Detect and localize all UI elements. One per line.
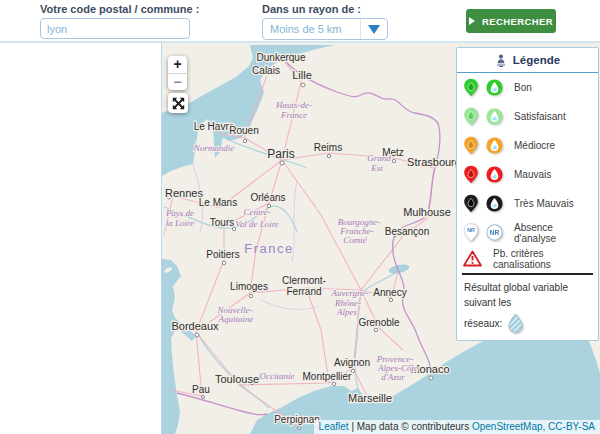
fullscreen-button[interactable]	[168, 93, 188, 113]
legend-item-tres-mauvais: Très Mauvais	[457, 189, 598, 218]
postal-input[interactable]	[40, 18, 190, 39]
legend-item-label: Absence d'analyse	[514, 222, 592, 244]
warning-triangle-icon	[463, 250, 482, 267]
svg-text:Paris: Paris	[267, 147, 294, 161]
nr-pin-icon: NR	[463, 223, 479, 243]
legend-item-label: Pb. critères canalisations	[493, 248, 592, 270]
water-drop-icon	[486, 166, 503, 183]
svg-text:Mulhouse: Mulhouse	[403, 206, 451, 218]
radius-select[interactable]: Moins de 5 km	[262, 18, 388, 40]
svg-text:Lille: Lille	[292, 69, 312, 81]
legend-footer: Résultat global variable suivant les rés…	[457, 275, 598, 340]
radius-field-group: Dans un rayon de : Moins de 5 km	[262, 3, 388, 40]
app: Votre code postal / commune : Dans un ra…	[0, 0, 600, 434]
map-pin-icon	[463, 165, 479, 185]
svg-text:Pays de: Pays de	[165, 208, 194, 218]
legend-item-label: Mauvais	[514, 169, 551, 180]
zoom-in-button[interactable]: +	[168, 56, 187, 73]
water-drop-icon	[486, 195, 503, 212]
svg-text:Occitanie: Occitanie	[260, 371, 295, 381]
svg-text:Toulouse: Toulouse	[215, 373, 259, 385]
legend-item-label: Satisfaisant	[514, 111, 566, 122]
svg-text:Normandie: Normandie	[193, 143, 235, 153]
svg-text:la Loire: la Loire	[166, 218, 194, 228]
radius-label: Dans un rayon de :	[262, 3, 388, 15]
legend-item-canalisations: Pb. critères canalisations	[457, 247, 598, 270]
svg-text:Ferrand: Ferrand	[286, 286, 321, 297]
fullscreen-icon	[172, 97, 185, 110]
play-icon	[469, 17, 475, 25]
legend-item-absence-analyse: NR NR Absence d'analyse	[457, 218, 598, 247]
person-marker-icon	[495, 54, 507, 67]
zoom-control: + −	[168, 56, 187, 90]
svg-text:Strasbourg: Strasbourg	[407, 156, 461, 168]
legend-item-label: Bon	[514, 82, 532, 93]
postal-label: Votre code postal / commune :	[40, 3, 199, 15]
svg-text:France: France	[280, 110, 307, 120]
select-arrow-segment[interactable]	[360, 19, 387, 39]
svg-text:Calais: Calais	[252, 65, 280, 76]
svg-text:d'Azur: d'Azur	[381, 372, 405, 382]
legend-item-mediocre: Médiocre	[457, 131, 598, 160]
legend-header: Légende	[457, 48, 598, 73]
legend-footer-line1: Résultat global variable suivant les	[464, 280, 591, 310]
svg-text:Marseille: Marseille	[348, 392, 392, 404]
map-pin-icon	[463, 136, 479, 156]
svg-text:Grand: Grand	[367, 153, 391, 163]
map-pin-icon	[463, 78, 479, 98]
map-attribution: Leaflet | Map data © contributeurs OpenS…	[314, 420, 600, 434]
legend-item-bon: Bon	[457, 73, 598, 102]
search-bar: Votre code postal / commune : Dans un ra…	[0, 0, 600, 43]
svg-text:Poitiers: Poitiers	[206, 249, 239, 260]
svg-text:NR: NR	[490, 229, 500, 236]
svg-text:Val de Loire: Val de Loire	[235, 219, 279, 229]
postal-field-group: Votre code postal / commune :	[40, 3, 199, 39]
svg-text:Est: Est	[370, 163, 383, 173]
svg-text:Aquitaine: Aquitaine	[218, 314, 254, 324]
variable-drop-icon	[507, 313, 524, 333]
legend-panel: Légende Bon	[456, 47, 599, 341]
nr-circle-icon: NR	[486, 224, 503, 241]
svg-text:Centre-: Centre-	[243, 207, 270, 217]
svg-text:Dunkerque: Dunkerque	[257, 52, 306, 63]
legend-item-label: Médiocre	[514, 140, 555, 151]
svg-text:Avignon: Avignon	[334, 357, 370, 368]
zoom-out-button[interactable]: −	[168, 73, 187, 90]
radius-selected-value: Moins de 5 km	[263, 23, 360, 35]
map-container[interactable]: Dunkerque Calais Lille Le Havre Rouen Pa…	[161, 43, 600, 434]
svg-text:Bordeaux: Bordeaux	[171, 320, 219, 332]
map-pin-icon	[463, 194, 479, 214]
legend-title: Légende	[513, 54, 560, 66]
svg-text:Grenoble: Grenoble	[358, 317, 400, 328]
osm-link[interactable]: OpenStreetMap, CC-BY-SA	[472, 421, 595, 432]
svg-text:Rennes: Rennes	[165, 187, 203, 199]
svg-text:Clermont-: Clermont-	[282, 275, 326, 286]
svg-text:Comté: Comté	[343, 235, 368, 245]
svg-text:Tours: Tours	[210, 217, 234, 228]
svg-text:Annecy: Annecy	[373, 287, 406, 298]
svg-text:Reims: Reims	[314, 142, 342, 153]
svg-text:Alpes: Alpes	[336, 307, 357, 317]
attribution-text: | Map data © contributeurs	[349, 421, 472, 432]
svg-text:Hauts-de-: Hauts-de-	[275, 100, 312, 110]
search-button[interactable]: RECHERCHER	[466, 9, 556, 33]
legend-footer-line2: réseaux:	[464, 316, 502, 331]
svg-text:Pau: Pau	[192, 384, 210, 395]
svg-text:NR: NR	[467, 227, 475, 233]
water-drop-icon	[486, 79, 503, 96]
water-drop-icon	[486, 137, 503, 154]
chevron-down-icon	[368, 25, 380, 34]
svg-text:Orléans: Orléans	[250, 192, 285, 203]
svg-text:Le Mans: Le Mans	[199, 197, 237, 208]
legend-item-satisfaisant: Satisfaisant	[457, 102, 598, 131]
svg-text:Besançon: Besançon	[385, 226, 429, 237]
legend-item-label: Très Mauvais	[514, 198, 574, 209]
svg-text:Rouen: Rouen	[229, 125, 258, 136]
country-label: France	[244, 241, 293, 256]
svg-text:Montpellier: Montpellier	[303, 371, 353, 382]
water-drop-icon	[486, 108, 503, 125]
search-button-label: RECHERCHER	[482, 16, 553, 27]
leaflet-link[interactable]: Leaflet	[319, 421, 349, 432]
svg-text:Auvergne-: Auvergne-	[330, 288, 368, 298]
svg-text:Limoges: Limoges	[230, 281, 268, 292]
